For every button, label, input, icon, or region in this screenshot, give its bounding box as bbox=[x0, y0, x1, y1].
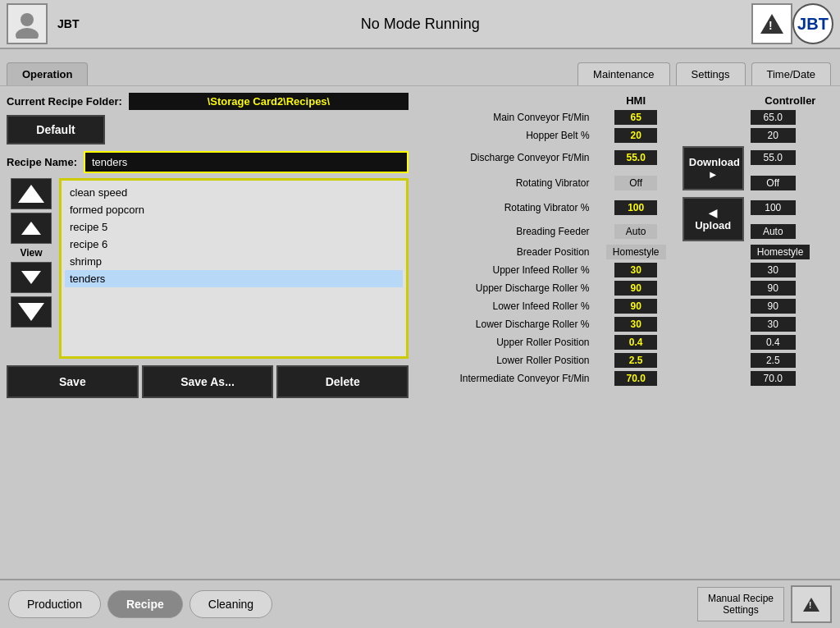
param-controller-value: 2.5 bbox=[747, 351, 833, 369]
recipe-list-controls: View bbox=[7, 178, 56, 359]
view-label: View bbox=[20, 247, 42, 259]
tab-settings[interactable]: Settings bbox=[676, 62, 746, 85]
bottom-tab-production[interactable]: Production bbox=[8, 590, 101, 618]
param-controller-value: 30 bbox=[747, 315, 833, 333]
empty-cell bbox=[679, 333, 747, 351]
recipe-folder-label: Current Recipe Folder: bbox=[7, 95, 122, 108]
download-button[interactable]: Download► bbox=[682, 146, 744, 190]
header-title: No Mode Running bbox=[95, 16, 745, 33]
param-hmi-value[interactable]: 2.5 bbox=[593, 351, 679, 369]
warning-triangle-bottom-icon bbox=[803, 598, 819, 612]
param-controller-value: 90 bbox=[747, 279, 833, 297]
param-hmi-value[interactable]: 30 bbox=[593, 315, 679, 333]
param-name: Discharge Conveyor Ft/Min bbox=[415, 144, 593, 170]
arrow-up-small-icon bbox=[21, 222, 41, 235]
bottom-warning-box[interactable] bbox=[791, 585, 832, 623]
arrow-up-large-icon bbox=[18, 185, 44, 203]
svg-point-0 bbox=[21, 13, 34, 26]
default-button[interactable]: Default bbox=[7, 115, 105, 144]
recipe-name-label: Recipe Name: bbox=[7, 156, 77, 168]
list-item[interactable]: recipe 5 bbox=[65, 218, 403, 236]
table-row: Lower Infeed Roller %9090 bbox=[415, 297, 833, 315]
param-controller-value: 30 bbox=[747, 261, 833, 279]
table-row: Lower Roller Position2.52.5 bbox=[415, 351, 833, 369]
bottom-tab-cleaning[interactable]: Cleaning bbox=[189, 590, 272, 618]
download-upload-cell: Download► bbox=[679, 144, 747, 195]
param-controller-value: Auto bbox=[747, 219, 833, 243]
arrow-down-small-icon bbox=[21, 271, 41, 284]
empty-cell bbox=[679, 369, 747, 387]
param-hmi-value[interactable]: Off bbox=[593, 170, 679, 195]
param-hmi-value[interactable]: 70.0 bbox=[593, 369, 679, 387]
param-hmi-value[interactable]: 90 bbox=[593, 279, 679, 297]
table-row: Discharge Conveyor Ft/Min55.0Download►55… bbox=[415, 144, 833, 170]
tab-maintenance[interactable]: Maintenance bbox=[578, 62, 669, 85]
recipe-name-row: Recipe Name: bbox=[7, 151, 409, 173]
warning-triangle-icon bbox=[760, 14, 783, 34]
list-item[interactable]: formed popcorn bbox=[65, 201, 403, 218]
table-row: Intermediate Conveyor Ft/Min70.070.0 bbox=[415, 369, 833, 387]
param-hmi-value[interactable]: 55.0 bbox=[593, 144, 679, 170]
empty-cell bbox=[679, 126, 747, 144]
scroll-bottom-button[interactable] bbox=[11, 296, 52, 328]
table-row: Upper Infeed Roller %3030 bbox=[415, 261, 833, 279]
recipe-folder-path: \Storage Card2\Recipes\ bbox=[129, 93, 409, 110]
param-name: Breader Position bbox=[415, 243, 593, 261]
list-item[interactable]: recipe 6 bbox=[65, 236, 403, 253]
table-row: Rotating Vibrator %100◀Upload100 bbox=[415, 195, 833, 219]
param-name: Hopper Belt % bbox=[415, 126, 593, 144]
save-as-button[interactable]: Save As... bbox=[142, 365, 274, 398]
bottom-tab-recipe[interactable]: Recipe bbox=[107, 590, 183, 618]
table-row: Lower Discharge Roller %3030 bbox=[415, 315, 833, 333]
table-row: Upper Roller Position0.40.4 bbox=[415, 333, 833, 351]
list-item[interactable]: clean speed bbox=[65, 184, 403, 201]
table-row: Hopper Belt %2020 bbox=[415, 126, 833, 144]
param-name: Intermediate Conveyor Ft/Min bbox=[415, 369, 593, 387]
param-name: Rotating Vibrator % bbox=[415, 195, 593, 219]
list-item[interactable]: shrimp bbox=[65, 253, 403, 270]
recipe-list: clean speedformed popcornrecipe 5recipe … bbox=[59, 178, 409, 359]
recipe-folder-row: Current Recipe Folder: \Storage Card2\Re… bbox=[7, 93, 409, 110]
save-button[interactable]: Save bbox=[7, 365, 139, 398]
upload-cell: ◀Upload bbox=[679, 195, 747, 243]
param-hmi-value[interactable]: 90 bbox=[593, 297, 679, 315]
scroll-top-button[interactable] bbox=[11, 178, 52, 209]
header-warning-box[interactable] bbox=[751, 3, 792, 44]
empty-cell bbox=[679, 351, 747, 369]
param-controller-value: 0.4 bbox=[747, 333, 833, 351]
param-controller-value: 100 bbox=[747, 195, 833, 219]
param-name: Lower Discharge Roller % bbox=[415, 315, 593, 333]
recipe-name-input[interactable] bbox=[84, 151, 409, 173]
param-hmi-value[interactable]: Auto bbox=[593, 219, 679, 243]
param-name: Lower Roller Position bbox=[415, 351, 593, 369]
empty-cell bbox=[679, 297, 747, 315]
param-hmi-value[interactable]: 0.4 bbox=[593, 333, 679, 351]
list-item[interactable]: tenders bbox=[65, 270, 403, 287]
company-name: JBT bbox=[57, 17, 79, 30]
delete-button[interactable]: Delete bbox=[276, 365, 409, 398]
tab-time-date[interactable]: Time/Date bbox=[751, 62, 831, 85]
arrow-down-large-icon bbox=[18, 303, 44, 321]
manual-recipe-button[interactable]: Manual RecipeSettings bbox=[697, 587, 784, 621]
scroll-up-button[interactable] bbox=[11, 213, 52, 244]
avatar bbox=[7, 3, 48, 44]
param-hmi-value[interactable]: Homestyle bbox=[593, 243, 679, 261]
main-content: Current Recipe Folder: \Storage Card2\Re… bbox=[0, 86, 840, 579]
download-upload-header bbox=[679, 93, 747, 108]
param-name: Rotating Vibrator bbox=[415, 170, 593, 195]
param-hmi-value[interactable]: 20 bbox=[593, 126, 679, 144]
svg-point-1 bbox=[16, 28, 39, 39]
param-hmi-value[interactable]: 100 bbox=[593, 195, 679, 219]
empty-cell bbox=[679, 243, 747, 261]
scroll-down-button[interactable] bbox=[11, 262, 52, 293]
upload-button[interactable]: ◀Upload bbox=[682, 197, 744, 241]
param-name: Upper Roller Position bbox=[415, 333, 593, 351]
empty-cell bbox=[679, 279, 747, 297]
param-name: Main Conveyor Ft/Min bbox=[415, 108, 593, 126]
tab-operation[interactable]: Operation bbox=[7, 62, 88, 85]
left-panel: Current Recipe Folder: \Storage Card2\Re… bbox=[7, 93, 409, 572]
params-table: HMI Controller Main Conveyor Ft/Min6565.… bbox=[415, 93, 833, 387]
param-hmi-value[interactable]: 65 bbox=[593, 108, 679, 126]
param-hmi-value[interactable]: 30 bbox=[593, 261, 679, 279]
right-panel: HMI Controller Main Conveyor Ft/Min6565.… bbox=[415, 93, 833, 572]
